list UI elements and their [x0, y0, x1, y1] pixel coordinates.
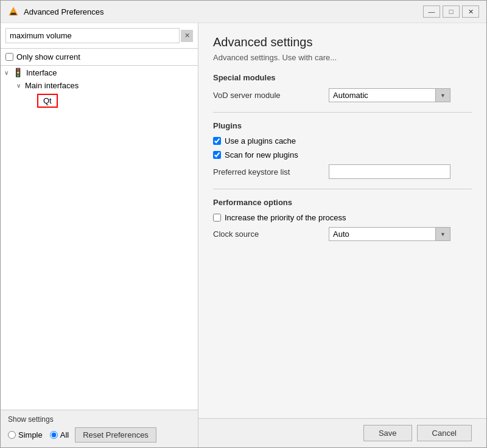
tree-item-qt[interactable]: Qt — [1, 92, 198, 110]
window-title: Advanced Preferences — [24, 7, 418, 16]
save-button[interactable]: Save — [363, 425, 412, 441]
only-show-current-checkbox[interactable] — [5, 53, 13, 61]
app-window: Advanced Preferences — □ ✕ ✕ Only show c… — [0, 0, 487, 448]
radio-all-input[interactable] — [50, 431, 58, 439]
vod-label: VoD server module — [213, 91, 323, 100]
show-settings-label: Show settings — [8, 415, 191, 424]
radio-all-label: All — [60, 430, 69, 439]
clock-label: Clock source — [213, 229, 323, 239]
scan-plugins-label: Scan for new plugins — [225, 150, 298, 159]
search-clear-button[interactable]: ✕ — [181, 30, 193, 42]
plugins-title: Plugins — [213, 121, 472, 130]
titlebar: Advanced Preferences — □ ✕ — [1, 1, 486, 23]
vod-select-arrow: ▼ — [435, 89, 450, 102]
cancel-button[interactable]: Cancel — [417, 425, 472, 441]
main-content: ✕ Only show current ∨ 🚦 Interface ∨ Main… — [1, 23, 486, 447]
keystore-input[interactable] — [329, 164, 450, 179]
bottom-bar: Show settings Simple All Reset Preferenc… — [1, 410, 198, 447]
content-panel: Advanced settings Advanced settings. Use… — [198, 23, 486, 418]
vod-server-select[interactable]: Automatic None RTP RTSP — [329, 89, 435, 102]
tree-item-interface[interactable]: ∨ 🚦 Interface — [1, 66, 198, 79]
vlc-icon — [8, 6, 19, 17]
vod-select-wrapper: Automatic None RTP RTSP ▼ — [329, 88, 450, 102]
plugins-cache-label: Use a plugins cache — [225, 136, 296, 145]
radio-simple[interactable]: Simple — [8, 430, 43, 439]
radio-all[interactable]: All — [50, 430, 69, 439]
close-button[interactable]: ✕ — [462, 5, 479, 18]
section-special-modules: Special modules VoD server module Automa… — [213, 73, 472, 102]
keystore-label: Preferred keystore list — [213, 167, 323, 177]
priority-checkbox[interactable] — [213, 214, 221, 222]
main-interfaces-label: Main interfaces — [25, 81, 79, 90]
radio-simple-label: Simple — [18, 430, 43, 439]
interface-label: Interface — [26, 68, 57, 77]
section-plugins: Plugins Use a plugins cache Scan for new… — [213, 121, 472, 179]
clock-source-select[interactable]: Auto System Monotonic — [329, 228, 435, 240]
scan-plugins-row: Scan for new plugins — [213, 150, 472, 159]
section-performance: Performance options Increase the priorit… — [213, 198, 472, 241]
minimize-button[interactable]: — — [423, 5, 440, 18]
maximize-button[interactable]: □ — [443, 5, 460, 18]
radio-group: Simple All — [8, 430, 69, 439]
interface-icon: 🚦 — [13, 68, 23, 77]
show-settings-row: Simple All Reset Preferences — [8, 427, 191, 443]
window-controls: — □ ✕ — [423, 5, 479, 18]
radio-simple-input[interactable] — [8, 431, 16, 439]
clock-select-wrapper: Auto System Monotonic ▼ — [329, 227, 450, 241]
sidebar: ✕ Only show current ∨ 🚦 Interface ∨ Main… — [1, 23, 198, 447]
performance-title: Performance options — [213, 198, 472, 207]
action-bar: Save Cancel — [198, 418, 486, 447]
vod-server-row: VoD server module Automatic None RTP RTS… — [213, 88, 472, 102]
reset-preferences-button[interactable]: Reset Preferences — [75, 427, 156, 443]
search-input[interactable] — [5, 28, 180, 43]
divider-2 — [213, 189, 472, 189]
search-bar: ✕ — [1, 23, 198, 49]
priority-label: Increase the priority of the process — [225, 213, 346, 222]
tree-area: ∨ 🚦 Interface ∨ Main interfaces Qt — [1, 66, 198, 410]
tree-item-main-interfaces[interactable]: ∨ Main interfaces — [1, 79, 198, 92]
clock-source-row: Clock source Auto System Monotonic ▼ — [213, 227, 472, 241]
svg-rect-1 — [11, 13, 16, 14]
content-title: Advanced settings — [213, 35, 472, 49]
plugins-cache-row: Use a plugins cache — [213, 136, 472, 145]
plugins-cache-checkbox[interactable] — [213, 137, 221, 145]
only-show-current-row: Only show current — [1, 49, 198, 66]
clock-select-arrow: ▼ — [435, 228, 450, 240]
scan-plugins-checkbox[interactable] — [213, 151, 221, 159]
arrow-main-interfaces: ∨ — [16, 82, 25, 89]
divider-1 — [213, 112, 472, 113]
arrow-interface: ∨ — [4, 69, 13, 76]
special-modules-title: Special modules — [213, 73, 472, 82]
keystore-row: Preferred keystore list — [213, 164, 472, 179]
priority-row: Increase the priority of the process — [213, 213, 472, 222]
qt-label: Qt — [37, 94, 58, 108]
svg-rect-2 — [10, 14, 16, 15]
only-show-current-label: Only show current — [16, 52, 80, 61]
content-subtitle: Advanced settings. Use with care... — [213, 53, 472, 62]
